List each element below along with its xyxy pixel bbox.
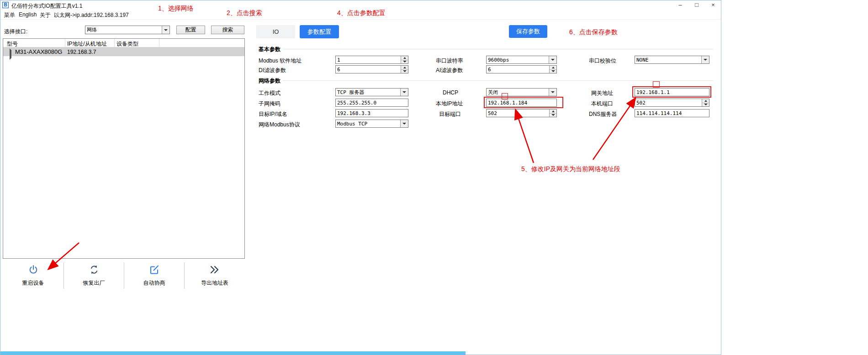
gateway-field[interactable] [635,88,709,96]
power-icon [28,264,39,277]
triangle-down [402,123,406,125]
dhcp-select[interactable]: 关闭 [486,88,557,96]
chevron-down-icon[interactable] [549,89,556,96]
work-mode-select[interactable]: TCP 服务器 [335,88,408,96]
dns-input[interactable] [635,110,709,117]
triangle-down [704,59,707,61]
device-row[interactable]: M31-AXAX8080G 192.168.3.7 [3,47,244,56]
spinner-up[interactable] [550,66,556,69]
modbus-addr-label: Modbus 软件地址 [259,57,302,65]
restart-device-button[interactable]: 重启设备 [3,261,64,291]
spinner-down[interactable] [401,60,408,64]
gateway-input[interactable] [635,89,709,96]
triangle-up [704,100,707,102]
column-header-model[interactable]: 型号 [7,40,18,48]
modbus-protocol-value: Modbus TCP [336,120,400,127]
subnet-mask-field[interactable] [335,99,408,107]
spinner-buttons[interactable] [401,56,408,63]
device-table: 型号 IP地址/从机地址 设备类型 M31-AXAX8080G 192.168.… [3,38,245,259]
chevron-down-icon[interactable] [549,56,556,63]
spinner-buttons[interactable] [549,110,556,117]
triangle-up [552,67,555,68]
menu-item-english[interactable]: English [19,11,37,18]
subnet-mask-input[interactable] [336,99,408,106]
spinner-down[interactable] [401,69,408,73]
target-port-label: 目标端口 [439,110,461,118]
chevron-down-icon[interactable] [162,26,169,34]
target-ip-input[interactable] [336,110,408,117]
window-title: 亿佰特分布式IO配置工具v1.1 [11,2,82,10]
export-address-table-button[interactable]: 导出地址表 [185,261,245,291]
modbus-addr-spinner[interactable] [335,56,408,64]
parity-label: 串口校验位 [589,57,616,65]
spinner-up[interactable] [550,110,556,113]
local-ip-input[interactable] [487,99,556,106]
maximize-button[interactable]: □ [688,0,705,10]
menu-item-about[interactable]: 关于 [40,11,51,19]
spinner-buttons[interactable] [549,66,556,73]
modbus-protocol-label: 网络Modbus协议 [259,121,300,129]
di-filter-input[interactable] [336,66,401,73]
spinner-down[interactable] [702,103,709,107]
close-button[interactable]: × [705,0,721,10]
column-header-type[interactable]: 设备类型 [116,40,138,48]
ai-filter-input[interactable] [487,66,549,73]
app-window: B 亿佰特分布式IO配置工具v1.1 – □ × 菜单 English 关于 以… [0,0,721,355]
target-port-spinner[interactable] [486,109,557,117]
triangle-up [552,110,555,112]
minimize-button[interactable]: – [672,0,688,10]
auto-negotiate-button[interactable]: 自动协商 [124,261,184,291]
spinner-up[interactable] [401,56,408,60]
section-divider [283,80,713,81]
chevron-down-icon[interactable] [400,89,408,96]
screen: B 亿佰特分布式IO配置工具v1.1 – □ × 菜单 English 关于 以… [0,0,868,355]
di-filter-spinner[interactable] [335,65,408,73]
section-divider [283,49,713,49]
triangle-down [551,91,555,93]
factory-reset-button[interactable]: 恢复出厂 [64,261,124,291]
dhcp-label: DHCP [443,89,458,96]
column-header-ip[interactable]: IP地址/从机地址 [67,40,107,48]
triangle-down [403,61,407,63]
modbus-addr-input[interactable] [336,56,401,63]
save-params-button[interactable]: 保存参数 [509,25,547,38]
tab-params[interactable]: 参数配置 [300,25,339,38]
gateway-octet-highlight [653,81,660,88]
config-button[interactable]: 配置 [176,26,205,34]
interface-select[interactable]: 网络 [85,26,170,34]
spinner-down[interactable] [550,69,556,73]
triangle-up [403,57,406,59]
annotation-step6: 6、点击保存参数 [569,28,618,37]
triangle-up [403,67,406,68]
triangle-down [164,29,168,31]
local-port-spinner[interactable] [635,99,709,107]
device-ip: 192.168.3.7 [67,49,96,55]
baud-rate-select[interactable]: 9600bps [486,56,557,64]
parity-select[interactable]: NONE [635,56,709,64]
triangle-down [402,91,406,93]
spinner-buttons[interactable] [401,66,408,73]
modbus-protocol-select[interactable]: Modbus TCP [335,120,408,128]
local-port-input[interactable] [635,99,702,106]
spinner-up[interactable] [702,99,709,103]
spinner-down[interactable] [550,113,556,117]
local-ip-field[interactable] [486,99,557,107]
refresh-icon [89,264,100,277]
status-progress-bar [0,351,466,355]
table-header: 型号 IP地址/从机地址 设备类型 [3,39,244,47]
ai-filter-spinner[interactable] [486,65,557,73]
column-divider [114,39,115,47]
menu-item-menu[interactable]: 菜单 [4,11,15,19]
tab-io[interactable]: IO [256,25,295,38]
expand-icon[interactable] [10,50,11,58]
target-port-input[interactable] [487,110,549,117]
work-mode-value: TCP 服务器 [336,89,400,96]
spinner-buttons[interactable] [702,99,709,106]
search-button[interactable]: 搜索 [211,26,244,34]
dns-field[interactable] [635,109,709,117]
spinner-up[interactable] [401,66,408,69]
restart-device-label: 重启设备 [22,279,44,287]
chevron-down-icon[interactable] [400,120,408,127]
chevron-down-icon[interactable] [701,56,709,63]
target-ip-field[interactable] [335,109,408,117]
